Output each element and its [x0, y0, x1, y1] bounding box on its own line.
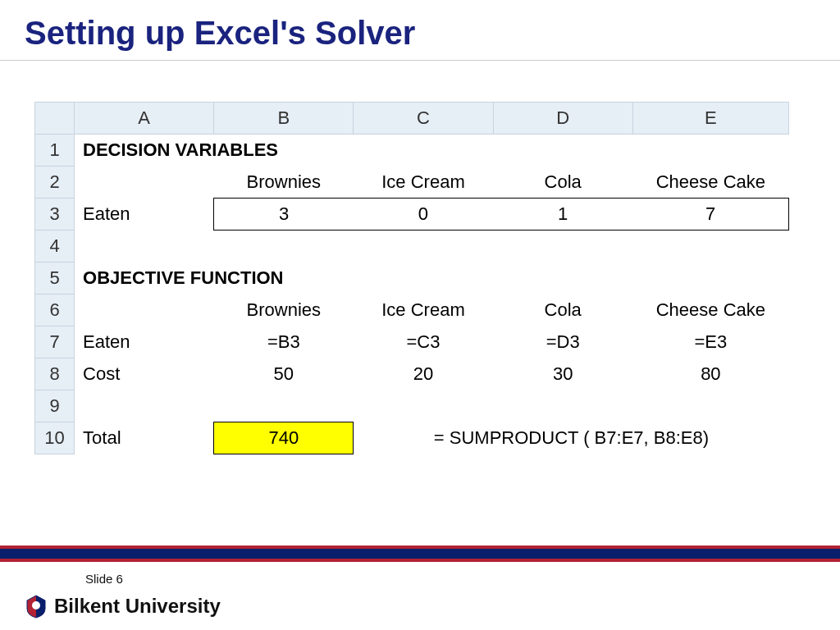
cell-E2: Cheese Cake: [632, 167, 788, 199]
row-8: 8 Cost 50 20 30 80: [35, 358, 789, 390]
row-header-7: 7: [35, 326, 75, 358]
cell-C2: Ice Cream: [354, 167, 493, 199]
slide-footer: Slide 6 Bilkent University: [0, 546, 840, 630]
cell-D2: Cola: [493, 167, 632, 199]
cell-E6: Cheese Cake: [632, 294, 788, 326]
cell-B8: 50: [214, 358, 354, 390]
cell-A10: Total: [75, 422, 214, 454]
footer-stripe-blue: [0, 549, 840, 559]
row-header-4: 4: [35, 231, 75, 262]
cell-D3: 1: [493, 199, 632, 231]
cell-D6: Cola: [493, 294, 632, 326]
row-3: 3 Eaten 3 0 1 7: [35, 199, 789, 231]
slide-number: Slide 6: [85, 572, 840, 586]
decision-variables-heading: DECISION VARIABLES: [75, 135, 789, 167]
row-10: 10 Total 740 = SUMPRODUCT ( B7:E7, B8:E8…: [35, 422, 789, 454]
cell-E3: 7: [632, 199, 788, 231]
cell-B6: Brownies: [214, 294, 354, 326]
row-2: 2 Brownies Ice Cream Cola Cheese Cake: [35, 167, 789, 199]
spreadsheet-area: A B C D E 1 DECISION VARIABLES 2 Brownie…: [34, 102, 789, 454]
row-header-5: 5: [35, 262, 75, 294]
cell-B7: =B3: [214, 326, 354, 358]
row-header-6: 6: [35, 294, 75, 326]
cell-A7: Eaten: [75, 326, 214, 358]
col-header-B: B: [214, 103, 354, 135]
cell-D7: =D3: [493, 326, 632, 358]
cell-C8: 20: [354, 358, 493, 390]
row-header-10: 10: [35, 422, 75, 454]
title-divider: [0, 60, 840, 61]
row-header-9: 9: [35, 390, 75, 422]
spreadsheet-table: A B C D E 1 DECISION VARIABLES 2 Brownie…: [34, 102, 789, 454]
col-header-A: A: [75, 103, 214, 135]
row-4: 4: [35, 231, 789, 262]
university-name: Bilkent University: [54, 595, 221, 618]
row-header-1: 1: [35, 135, 75, 167]
svg-point-0: [32, 601, 40, 609]
cell-D8: 30: [493, 358, 632, 390]
cell-C7: =C3: [354, 326, 493, 358]
row-header-2: 2: [35, 167, 75, 199]
cell-A2: [75, 167, 214, 199]
row-6: 6 Brownies Ice Cream Cola Cheese Cake: [35, 294, 789, 326]
sumproduct-formula: = SUMPRODUCT ( B7:E7, B8:E8): [354, 422, 789, 454]
row-7: 7 Eaten =B3 =C3 =D3 =E3: [35, 326, 789, 358]
slide-title: Setting up Excel's Solver: [0, 0, 840, 60]
row-1: 1 DECISION VARIABLES: [35, 135, 789, 167]
cell-A6: [75, 294, 214, 326]
cell-A3: Eaten: [75, 199, 214, 231]
cell-row4: [75, 231, 789, 262]
col-header-D: D: [493, 103, 632, 135]
row-header-8: 8: [35, 358, 75, 390]
cell-B2: Brownies: [214, 167, 354, 199]
cell-row9: [75, 390, 789, 422]
cell-C6: Ice Cream: [354, 294, 493, 326]
row-5: 5 OBJECTIVE FUNCTION: [35, 262, 789, 294]
objective-function-heading: OBJECTIVE FUNCTION: [75, 262, 789, 294]
cell-B10-total: 740: [214, 422, 354, 454]
col-header-E: E: [632, 103, 788, 135]
row-header-3: 3: [35, 199, 75, 231]
column-header-row: A B C D E: [35, 103, 789, 135]
cell-C3: 0: [354, 199, 493, 231]
cell-E7: =E3: [632, 326, 788, 358]
university-branding: Bilkent University: [25, 594, 840, 619]
university-logo-icon: [25, 594, 48, 619]
cell-B3: 3: [214, 199, 354, 231]
row-9: 9: [35, 390, 789, 422]
col-header-C: C: [354, 103, 493, 135]
cell-A8: Cost: [75, 358, 214, 390]
cell-E8: 80: [632, 358, 788, 390]
corner-cell: [35, 103, 75, 135]
